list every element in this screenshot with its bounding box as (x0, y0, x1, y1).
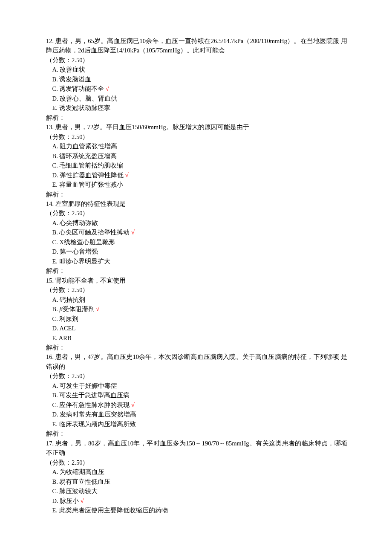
option-c: C. 脉压波动较大 (46, 486, 347, 496)
option-b: B. 诱发脑溢血 (46, 75, 347, 84)
option-a: A. 阻力血管紧张性增高 (46, 142, 347, 151)
option-e: E. 诱发冠状动脉痉挛 (46, 103, 347, 113)
option-e: E. 叩诊心界明显扩大 (46, 257, 347, 266)
option-e: E. 容量血管可扩张性减小 (46, 180, 347, 189)
question-score: （分数：2.50） (46, 55, 347, 65)
question-stem: 15. 肾功能不全者，不宜使用 (46, 276, 347, 285)
option-a: A. 心尖搏动弥散 (46, 218, 347, 228)
option-e: E. 此类患者应使用主要降低收缩压的药物 (46, 506, 347, 515)
option-d: D. 第一心音增强 (46, 247, 347, 256)
option-d: D. 改善心、脑、肾血供 (46, 94, 347, 103)
option-a: A. 为收缩期高血压 (46, 467, 347, 477)
question-score: （分数：2.50） (46, 371, 347, 381)
check-icon: √ (131, 402, 135, 408)
check-icon: √ (81, 497, 84, 504)
question-stem: 14. 左室肥厚的特征性表现是 (46, 199, 347, 208)
question-score: （分数：2.50） (46, 285, 347, 295)
analysis-label: 解析： (46, 190, 347, 199)
option-d: D. 发病时常先有血压突然增高 (46, 410, 347, 419)
check-icon: √ (131, 229, 135, 236)
analysis-label: 解析： (46, 113, 347, 122)
option-e: E. 临床表现为颅内压增高所致 (46, 419, 347, 429)
option-c: C. 诱发肾功能不全 √ (46, 84, 347, 93)
question-stem: 17. 患者，男，80岁，高血压10年，平时血压多为150～190/70～85m… (46, 439, 347, 458)
option-b: B. 心尖区可触及抬举性搏动 √ (46, 228, 347, 237)
question-score: （分数：2.50） (46, 132, 347, 142)
option-c: C. 应伴有急性肺水肿的表现 √ (46, 400, 347, 410)
option-a: A. 改善症状 (46, 65, 347, 74)
option-a: A. 可发生于妊娠中毒症 (46, 381, 347, 390)
option-c: C. X线检查心脏呈靴形 (46, 237, 347, 247)
question-stem: 16. 患者，男，47岁。高血压史10余年，本次因诊断高血压脑病入院。关于高血压… (46, 352, 347, 371)
option-e: E. ARB (46, 333, 347, 343)
option-a: A. 钙拮抗剂 (46, 295, 347, 304)
analysis-label: 解析： (46, 429, 347, 438)
check-icon: √ (125, 172, 129, 179)
question-stem: 12. 患者，男，65岁。高血压病已10余年，血压一直持续在26.5/14.7k… (46, 36, 347, 55)
option-d: D. ACEL (46, 324, 347, 333)
analysis-label: 解析： (46, 343, 347, 352)
option-b: B. 循环系统充盈压增高 (46, 151, 347, 161)
question-score: （分数：2.50） (46, 458, 347, 467)
option-d: D. 脉压小 √ (46, 496, 347, 506)
option-d: D. 弹性贮器血管弹性降低 √ (46, 171, 347, 180)
option-b: B. β受体阻滞剂 √ (46, 304, 347, 314)
option-c: C. 利尿剂 (46, 314, 347, 324)
check-icon: √ (106, 85, 109, 92)
question-stem: 13. 患者，男，72岁。平日血压150/60mmHg。脉压增大的原因可能是由于 (46, 122, 347, 132)
option-b: B. 可发生于急进型高血压病 (46, 390, 347, 400)
option-b: B. 易有直立性低血压 (46, 477, 347, 486)
analysis-label: 解析： (46, 266, 347, 275)
question-score: （分数：2.50） (46, 208, 347, 218)
option-c: C. 毛细血管前括约肌收缩 (46, 161, 347, 170)
check-icon: √ (96, 306, 99, 312)
